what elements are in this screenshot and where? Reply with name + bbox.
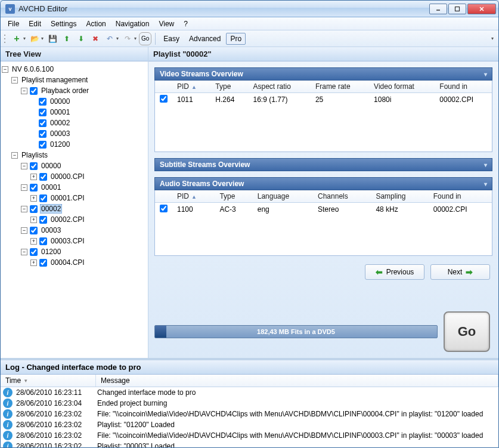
dropdown-icon[interactable]: ▾ [41,36,44,41]
tree-checkbox[interactable] [30,248,38,256]
tree-checkbox[interactable] [39,119,47,127]
pro-mode-button[interactable]: Pro [226,33,246,45]
tree-node[interactable]: −NV 6.0.6.100 [2,64,147,75]
advanced-mode-button[interactable]: Advanced [185,33,225,45]
expand-icon[interactable]: + [30,174,37,180]
tree-label[interactable]: 00003.CPI [49,237,86,245]
down-arrow-icon[interactable]: ⬇ [75,32,88,45]
dropdown-icon[interactable]: ▾ [134,36,137,41]
log-row[interactable]: i28/06/2010 16:23:02Playlist: "01200" Lo… [1,419,498,430]
col-pid[interactable]: PID▲ [172,190,215,203]
tree-label[interactable]: Playlist management [20,76,89,84]
row-checkbox[interactable] [160,95,168,103]
collapse-icon[interactable]: − [21,184,27,191]
tree-checkbox[interactable] [30,227,38,234]
tree-node[interactable]: −00000 [2,160,147,171]
open-folder-icon[interactable]: 📂 [28,32,41,45]
dropdown-icon[interactable]: ▾ [116,36,119,41]
tree-checkbox[interactable] [39,130,47,138]
tree-checkbox[interactable] [39,141,47,149]
tree-checkbox[interactable] [30,184,38,191]
tree-node[interactable]: −Playback order [2,85,147,96]
tree-label[interactable]: 01200 [40,248,62,256]
tree-checkbox[interactable] [30,205,38,213]
toolbar-grip[interactable] [3,33,7,44]
tree-label[interactable]: 00002.CPI [49,215,86,224]
expand-icon[interactable]: + [30,195,37,202]
tree-node[interactable]: −Playlists [2,150,147,160]
add-icon[interactable]: + [10,32,23,45]
col-framerate[interactable]: Frame rate [311,81,369,93]
tree-label[interactable]: Playlists [20,151,49,159]
menu-view[interactable]: View [154,18,179,29]
tree-checkbox[interactable] [39,98,47,106]
tree-node[interactable]: −01200 [2,246,147,257]
redo-icon[interactable]: ↷ [121,32,134,45]
tree-label[interactable]: 00000 [49,97,71,106]
delete-icon[interactable]: ✖ [89,32,102,45]
previous-button[interactable]: ⬅Previous [365,264,424,280]
tree-label[interactable]: 00000.CPI [49,172,86,181]
tree-node[interactable]: −00002 [2,203,147,214]
tree-node[interactable]: −00003 [2,225,147,236]
tree-node[interactable]: 00003 [2,128,147,139]
log-body[interactable]: i28/06/2010 16:23:11Changed interface mo… [1,387,498,447]
tree-view[interactable]: −NV 6.0.6.100−Playlist management−Playba… [1,61,148,358]
tree-label[interactable]: 00002 [40,204,62,214]
toolbar-overflow-icon[interactable]: ▾ [491,36,494,41]
menu-navigation[interactable]: Navigation [111,18,154,29]
tree-checkbox[interactable] [39,216,47,224]
tree-label[interactable]: 00004.CPI [49,258,86,267]
tree-checkbox[interactable] [39,109,47,116]
col-aspect[interactable]: Aspect ratio [249,81,311,93]
log-row[interactable]: i28/06/2010 16:23:02Playlist: "00003" Lo… [1,441,498,447]
col-language[interactable]: Language [253,190,313,203]
collapse-icon[interactable]: ▾ [484,181,487,187]
tree-label[interactable]: 00000 [40,162,62,170]
menu-help[interactable]: ? [179,18,193,29]
go-button[interactable]: Go [444,311,490,352]
log-col-time[interactable]: Time▼ [1,375,96,387]
dropdown-icon[interactable]: ▾ [23,36,26,41]
go-small-button[interactable]: Go [139,32,151,45]
col-foundin[interactable]: Found in [429,190,492,203]
col-videoformat[interactable]: Video format [369,81,435,93]
row-checkbox[interactable] [160,205,168,212]
menu-edit[interactable]: Edit [24,18,46,29]
log-row[interactable]: i28/06/2010 16:23:11Changed interface mo… [1,387,498,398]
tree-checkbox[interactable] [39,173,47,181]
tree-node[interactable]: −00001 [2,182,147,193]
close-button[interactable] [467,4,496,14]
undo-icon[interactable]: ↶ [103,32,116,45]
easy-mode-button[interactable]: Easy [159,33,184,45]
tree-label[interactable]: 00002 [49,119,71,127]
log-col-message[interactable]: Message [96,375,498,387]
collapse-icon[interactable]: ▾ [484,71,487,78]
tree-node[interactable]: 01200 [2,139,147,150]
collapse-icon[interactable]: − [11,152,18,159]
expand-icon[interactable]: + [30,217,37,223]
col-type[interactable]: Type [215,190,252,203]
tree-node[interactable]: +00001.CPI [2,193,147,203]
tree-label[interactable]: 00001.CPI [49,194,86,202]
tree-label[interactable]: 00003 [49,129,71,138]
col-type[interactable]: Type [210,81,248,93]
minimize-button[interactable] [429,4,447,14]
tree-checkbox[interactable] [30,162,38,170]
menu-file[interactable]: File [3,18,24,29]
collapse-icon[interactable]: − [21,163,27,169]
up-arrow-icon[interactable]: ⬆ [60,32,73,45]
col-pid[interactable]: PID▲ [172,81,210,93]
tree-checkbox[interactable] [39,237,47,245]
maximize-button[interactable] [448,4,466,14]
save-icon[interactable]: 💾 [46,32,59,45]
collapse-icon[interactable]: − [21,206,27,212]
collapse-icon[interactable]: − [21,249,27,255]
collapse-icon[interactable]: − [21,88,27,94]
audio-section-header[interactable]: Audio Streams Overview▾ [154,177,492,190]
tree-checkbox[interactable] [30,87,38,95]
tree-node[interactable]: +00000.CPI [2,171,147,182]
menu-action[interactable]: Action [81,18,110,29]
tree-label[interactable]: NV 6.0.6.100 [11,65,55,73]
tree-node[interactable]: +00003.CPI [2,236,147,246]
